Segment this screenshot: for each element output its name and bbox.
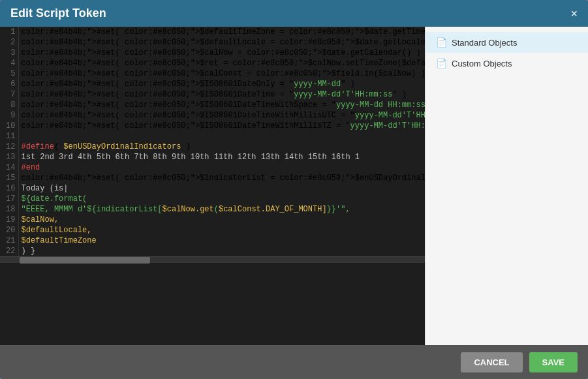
table-row: 14#end — [0, 162, 425, 173]
table-row: 2color:#e84b4b;">#set( color:#e8c050;">$… — [0, 37, 425, 48]
line-code: $defaultLocale, — [18, 225, 425, 235]
line-number: 9 — [0, 110, 18, 121]
line-code — [18, 131, 425, 142]
table-row: 12#define( $enUSDayOrdinalIndicators ) — [0, 142, 425, 152]
table-row: 5color:#e84b4b;">#set( color:#e8c050;">$… — [0, 68, 425, 79]
line-code: color:#e84b4b;">#set( color:#e8c050;">$I… — [18, 79, 425, 89]
code-table: 1color:#e84b4b;">#set( color:#e8c050;">$… — [0, 27, 425, 256]
sidebar-item-custom-objects[interactable]: 📄 Custom Objects — [426, 53, 588, 74]
table-row: 17${date.format( — [0, 194, 425, 204]
modal-footer: CANCEL SAVE — [0, 345, 588, 379]
table-row: 131st 2nd 3rd 4th 5th 6th 7th 8th 9th 10… — [0, 152, 425, 162]
sidebar-item-standard-objects[interactable]: 📄 Standard Objects — [426, 32, 588, 53]
line-number: 15 — [0, 173, 18, 183]
save-button[interactable]: SAVE — [529, 352, 578, 372]
line-number: 13 — [0, 152, 18, 162]
table-row: 15color:#e84b4b;">#set( color:#e8c050;">… — [0, 173, 425, 183]
line-code: color:#e84b4b;">#set( color:#e8c050;">$I… — [18, 110, 425, 121]
line-code: color:#e84b4b;">#set( color:#e8c050;">$I… — [18, 100, 425, 110]
line-code: color:#e84b4b;">#set( color:#e8c050;">$c… — [18, 48, 425, 58]
line-number: 6 — [0, 79, 18, 89]
table-row: 20 $defaultLocale, — [0, 225, 425, 235]
modal-header: Edit Script Token × — [0, 0, 588, 27]
line-number: 19 — [0, 215, 18, 225]
table-row: 9color:#e84b4b;">#set( color:#e8c050;">$… — [0, 110, 425, 121]
table-row: 22) } — [0, 246, 425, 256]
custom-objects-icon: 📄 — [436, 58, 446, 68]
line-code: $calNow, — [18, 215, 425, 225]
modal: Edit Script Token × 1color:#e84b4b;">#se… — [0, 0, 588, 379]
line-number: 10 — [0, 121, 18, 131]
line-number: 22 — [0, 246, 18, 256]
line-number: 20 — [0, 225, 18, 235]
table-row: 6color:#e84b4b;">#set( color:#e8c050;">$… — [0, 79, 425, 89]
table-row: 11 — [0, 131, 425, 142]
line-number: 4 — [0, 58, 18, 68]
line-code: "EEEE, MMMM d'${indicatorList[$calNow.ge… — [18, 204, 425, 215]
table-row: 8color:#e84b4b;">#set( color:#e8c050;">$… — [0, 100, 425, 110]
modal-close-button[interactable]: × — [570, 8, 578, 20]
line-code: Today (is| — [18, 183, 425, 194]
table-row: 21 $defaultTimeZone — [0, 235, 425, 246]
table-row: 4color:#e84b4b;">#set( color:#e8c050;">$… — [0, 58, 425, 68]
line-number: 16 — [0, 183, 18, 194]
line-number: 7 — [0, 89, 18, 100]
table-row: 19 $calNow, — [0, 215, 425, 225]
standard-objects-icon: 📄 — [436, 37, 446, 48]
table-row: 16Today (is| — [0, 183, 425, 194]
line-code: color:#e84b4b;">#set( color:#e8c050;">$I… — [18, 121, 425, 131]
horizontal-scrollbar[interactable] — [0, 256, 425, 263]
line-code: #define( $enUSDayOrdinalIndicators ) — [18, 142, 425, 152]
table-row: 10color:#e84b4b;">#set( color:#e8c050;">… — [0, 121, 425, 131]
table-row: 7color:#e84b4b;">#set( color:#e8c050;">$… — [0, 89, 425, 100]
line-code: 1st 2nd 3rd 4th 5th 6th 7th 8th 9th 10th… — [18, 152, 425, 162]
sidebar-item-standard-objects-label: Standard Objects — [452, 38, 517, 48]
table-row: 1color:#e84b4b;">#set( color:#e8c050;">$… — [0, 27, 425, 37]
table-row: 3color:#e84b4b;">#set( color:#e8c050;">$… — [0, 48, 425, 58]
line-number: 3 — [0, 48, 18, 58]
line-code: ${date.format( — [18, 194, 425, 204]
line-number: 14 — [0, 162, 18, 173]
line-code: color:#e84b4b;">#set( color:#e8c050;">$r… — [18, 58, 425, 68]
code-panel[interactable]: 1color:#e84b4b;">#set( color:#e8c050;">$… — [0, 27, 425, 345]
line-code: #end — [18, 162, 425, 173]
line-code: ) } — [18, 246, 425, 256]
line-number: 1 — [0, 27, 18, 37]
line-number: 17 — [0, 194, 18, 204]
line-code: $defaultTimeZone — [18, 235, 425, 246]
line-number: 5 — [0, 68, 18, 79]
line-number: 21 — [0, 235, 18, 246]
line-code: color:#e84b4b;">#set( color:#e8c050;">$d… — [18, 27, 425, 37]
line-number: 12 — [0, 142, 18, 152]
line-code: color:#e84b4b;">#set( color:#e8c050;">$c… — [18, 68, 425, 79]
line-number: 8 — [0, 100, 18, 110]
modal-title: Edit Script Token — [10, 7, 106, 20]
line-number: 2 — [0, 37, 18, 48]
table-row: 18 "EEEE, MMMM d'${indicatorList[$calNow… — [0, 204, 425, 215]
line-code: color:#e84b4b;">#set( color:#e8c050;">$i… — [18, 173, 425, 183]
scrollbar-thumb[interactable] — [20, 257, 150, 264]
sidebar-item-custom-objects-label: Custom Objects — [452, 59, 512, 68]
line-code: color:#e84b4b;">#set( color:#e8c050;">$d… — [18, 37, 425, 48]
cancel-button[interactable]: CANCEL — [461, 352, 522, 372]
line-number: 18 — [0, 204, 18, 215]
line-code: color:#e84b4b;">#set( color:#e8c050;">$I… — [18, 89, 425, 100]
modal-body: 1color:#e84b4b;">#set( color:#e8c050;">$… — [0, 27, 588, 345]
line-number: 11 — [0, 131, 18, 142]
sidebar: 📄 Standard Objects 📄 Custom Objects — [425, 27, 588, 345]
